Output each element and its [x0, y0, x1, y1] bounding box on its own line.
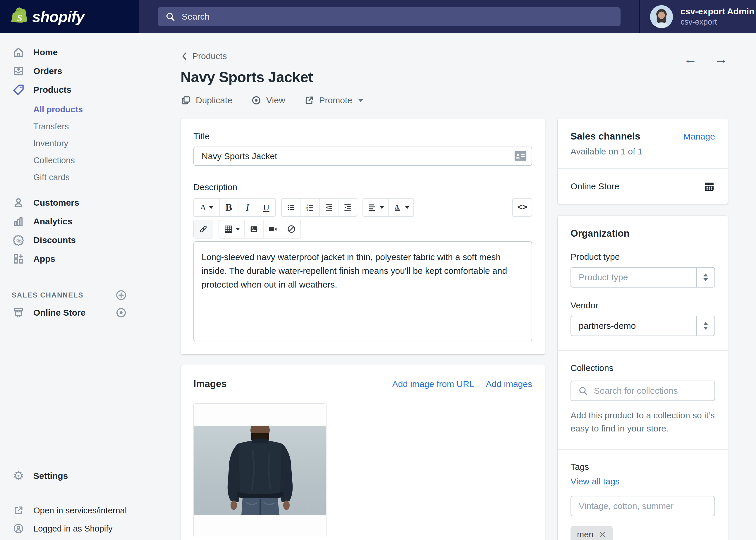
manage-sales-channels-link[interactable]: Manage — [683, 132, 715, 142]
sidebar-item-logged-in-as[interactable]: Logged in as Shopify — [0, 519, 139, 538]
shopify-bag-icon: S — [11, 7, 28, 26]
sales-channels-heading: Sales channels — [570, 131, 640, 142]
avatar — [650, 5, 673, 28]
underline-button[interactable]: U — [256, 199, 275, 216]
title-label: Title — [193, 131, 532, 141]
sidebar-item-customers[interactable]: Customers — [0, 194, 139, 212]
search-input[interactable] — [182, 12, 613, 22]
chevron-left-icon — [181, 52, 188, 61]
product-image-thumbnail[interactable] — [193, 403, 327, 537]
collections-search-input[interactable] — [594, 386, 707, 396]
promote-external-icon — [304, 95, 315, 106]
duplicate-button[interactable]: Duplicate — [181, 95, 232, 106]
page-title: Navy Sports Jacket — [181, 69, 728, 86]
view-button[interactable]: View — [251, 95, 285, 106]
sidebar-item-all-products[interactable]: All products — [0, 101, 139, 118]
italic-button[interactable]: I — [238, 199, 256, 216]
description-label: Description — [193, 182, 532, 192]
sidebar-item-home[interactable]: Home — [0, 43, 139, 62]
richtext-toolbar: A B I U 123 — [193, 198, 532, 238]
images-card: Images Add image from URL Add images — [181, 365, 545, 540]
history-back-arrow[interactable]: ← — [684, 52, 697, 66]
apps-icon — [12, 253, 25, 265]
page-actions: Duplicate View Promote — [181, 95, 728, 106]
sidebar-item-products[interactable]: Products — [0, 80, 139, 99]
sidebar-item-analytics[interactable]: Analytics — [0, 212, 139, 231]
sidebar-item-settings[interactable]: ⚙ Settings — [0, 467, 139, 485]
sidebar-item-online-store[interactable]: Online Store — [0, 303, 139, 322]
code-view-button[interactable]: <> — [513, 199, 531, 216]
text-color-button[interactable]: A — [388, 199, 413, 216]
history-forward-arrow[interactable]: → — [714, 52, 728, 66]
bold-button[interactable]: B — [219, 199, 238, 216]
search-icon — [578, 386, 588, 396]
insert-image-button[interactable] — [244, 220, 263, 238]
indent-button[interactable] — [338, 199, 357, 216]
sidebar-item-apps[interactable]: Apps — [0, 249, 139, 268]
sales-channels-header: SALES CHANNELS — [0, 287, 139, 303]
autofill-card-icon — [514, 150, 527, 162]
breadcrumb[interactable]: Products — [181, 51, 227, 61]
home-icon — [12, 46, 25, 59]
user-menu[interactable]: csv-export Admin csv-export — [639, 0, 756, 33]
orders-icon — [12, 65, 25, 77]
search-bar[interactable] — [158, 7, 621, 26]
outdent-button[interactable] — [319, 199, 338, 216]
sidebar-item-transfers[interactable]: Transfers — [0, 118, 139, 135]
product-photo — [194, 426, 326, 515]
remove-tag-icon[interactable]: ✕ — [599, 530, 606, 539]
sidebar-item-gift-cards[interactable]: Gift cards — [0, 169, 139, 186]
bullet-list-button[interactable] — [282, 199, 300, 216]
chevron-down-icon — [358, 99, 364, 102]
clear-formatting-button[interactable] — [282, 220, 300, 238]
sidebar-item-orders[interactable]: Orders — [0, 62, 139, 80]
view-all-tags-link[interactable]: View all tags — [570, 476, 715, 486]
product-details-card: Title Description — [181, 118, 545, 354]
external-link-icon — [12, 505, 25, 516]
vendor-label: Vendor — [570, 300, 715, 310]
sidebar-item-collections[interactable]: Collections — [0, 152, 139, 169]
product-type-label: Product type — [570, 252, 715, 262]
insert-link-button[interactable] — [194, 220, 213, 238]
description-editor[interactable]: Long-sleeved navy waterproof jacket in t… — [193, 241, 532, 341]
sales-channels-card: Sales channels Manage Available on 1 of … — [558, 118, 728, 204]
sidebar-item-open-services[interactable]: Open in services/internal — [0, 501, 139, 519]
gear-icon: ⚙ — [12, 470, 25, 482]
product-type-select[interactable]: Product type — [570, 267, 715, 288]
person-circle-icon — [12, 523, 25, 534]
organization-heading: Organization — [570, 228, 715, 239]
topbar-search-zone — [139, 0, 639, 33]
title-input[interactable] — [193, 147, 532, 166]
collections-search — [570, 381, 715, 401]
svg-text:A: A — [395, 203, 399, 210]
alignment-button[interactable] — [363, 199, 388, 216]
shopify-wordmark: shopify — [32, 8, 84, 26]
preview-store-icon[interactable] — [115, 307, 127, 319]
collections-label: Collections — [570, 363, 715, 373]
vendor-select[interactable]: partners-demo — [570, 316, 715, 336]
add-image-from-url-link[interactable]: Add image from URL — [392, 379, 474, 389]
sidebar-item-discounts[interactable]: % Discounts — [0, 231, 139, 249]
organization-section: Organization Product type Product type V… — [558, 215, 728, 350]
insert-table-button[interactable] — [219, 220, 244, 238]
tags-input[interactable] — [570, 496, 715, 516]
tag-chip-men: men ✕ — [570, 526, 613, 540]
insert-video-button[interactable] — [263, 220, 282, 238]
images-heading: Images — [193, 378, 227, 389]
sidebar-item-inventory[interactable]: Inventory — [0, 135, 139, 152]
collections-section: Collections Add this product to a collec… — [558, 351, 728, 449]
add-images-link[interactable]: Add images — [486, 379, 532, 389]
shopify-logo[interactable]: S shopify — [0, 0, 139, 33]
availability-text: Available on 1 of 1 — [570, 147, 715, 157]
discounts-icon: % — [12, 234, 25, 246]
channel-name: Online Store — [570, 181, 619, 191]
online-store-channel-row: Online Store — [558, 169, 728, 204]
format-style-button[interactable]: A — [194, 199, 219, 216]
promote-button[interactable]: Promote — [304, 95, 364, 106]
svg-text:%: % — [16, 238, 22, 244]
numbered-list-button[interactable]: 123 — [300, 199, 319, 216]
products-tag-icon — [12, 84, 25, 96]
add-sales-channel-icon[interactable] — [115, 289, 127, 301]
user-store: csv-export — [680, 17, 754, 27]
calendar-icon[interactable] — [703, 181, 715, 192]
